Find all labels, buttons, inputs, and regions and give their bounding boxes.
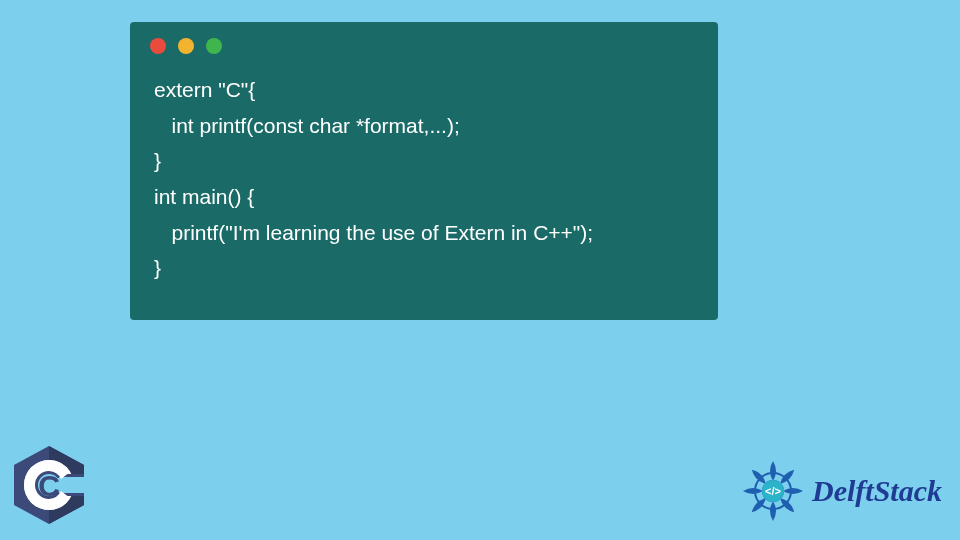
delftstack-brand: </> DelftStack [740, 458, 942, 524]
code-line: } [154, 149, 161, 172]
code-line: printf("I'm learning the use of Extern i… [154, 221, 593, 244]
code-line: int main() { [154, 185, 254, 208]
delftstack-brand-text: DelftStack [812, 474, 942, 508]
svg-text:</>: </> [765, 485, 781, 497]
c-language-logo-icon: C [14, 446, 84, 524]
window-dots [130, 22, 718, 62]
svg-text:C: C [38, 469, 60, 502]
code-line: } [154, 256, 161, 279]
maximize-dot-icon [206, 38, 222, 54]
code-line: extern "C"{ [154, 78, 255, 101]
code-line: int printf(const char *format,...); [154, 114, 460, 137]
code-content: extern "C"{ int printf(const char *forma… [130, 62, 718, 286]
close-dot-icon [150, 38, 166, 54]
minimize-dot-icon [178, 38, 194, 54]
code-window: extern "C"{ int printf(const char *forma… [130, 22, 718, 320]
delftstack-mandala-icon: </> [740, 458, 806, 524]
